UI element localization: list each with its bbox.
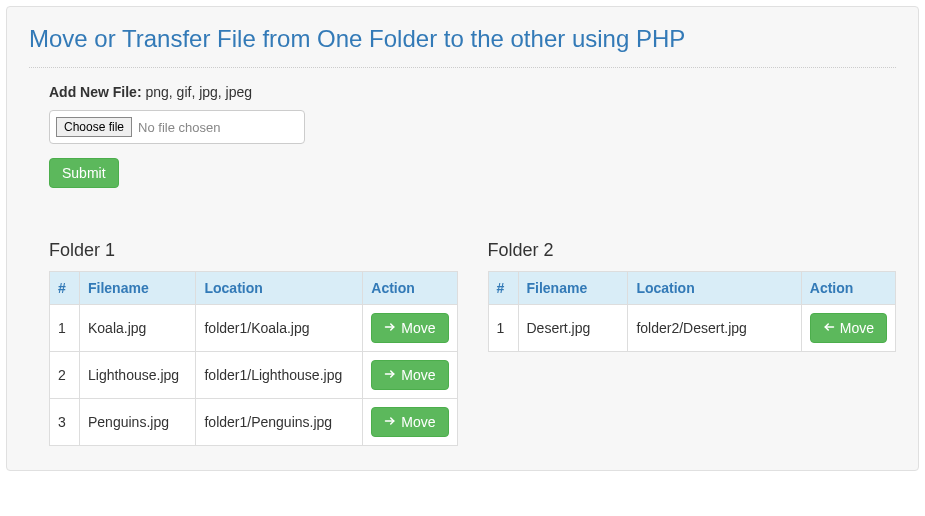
col-num: # xyxy=(50,272,80,305)
cell-action: Move xyxy=(801,305,895,352)
cell-num: 1 xyxy=(488,305,518,352)
add-file-label-bold: Add New File: xyxy=(49,84,142,100)
col-num: # xyxy=(488,272,518,305)
folder-column: Folder 2#FilenameLocationAction1Desert.j… xyxy=(488,240,897,446)
col-location: Location xyxy=(628,272,801,305)
cell-filename: Lighthouse.jpg xyxy=(80,352,196,399)
col-filename: Filename xyxy=(518,272,628,305)
submit-button-label: Submit xyxy=(62,165,106,181)
cell-action: Move xyxy=(363,352,457,399)
table-row: 1Koala.jpgfolder1/Koala.jpgMove xyxy=(50,305,458,352)
table-row: 1Desert.jpgfolder2/Desert.jpgMove xyxy=(488,305,896,352)
file-input[interactable]: Choose file No file chosen xyxy=(49,110,305,144)
add-file-label: Add New File: png, gif, jpg, jpeg xyxy=(49,84,896,100)
arrow-left-icon xyxy=(823,320,835,336)
folders-row: Folder 1#FilenameLocationAction1Koala.jp… xyxy=(29,240,896,446)
move-button[interactable]: Move xyxy=(371,313,448,343)
add-file-label-types: png, gif, jpg, jpeg xyxy=(142,84,253,100)
cell-num: 3 xyxy=(50,399,80,446)
col-action: Action xyxy=(801,272,895,305)
move-button-label: Move xyxy=(401,414,435,430)
cell-filename: Desert.jpg xyxy=(518,305,628,352)
file-table: #FilenameLocationAction1Koala.jpgfolder1… xyxy=(49,271,458,446)
cell-location: folder2/Desert.jpg xyxy=(628,305,801,352)
cell-location: folder1/Lighthouse.jpg xyxy=(196,352,363,399)
arrow-right-icon xyxy=(384,414,396,430)
choose-file-button[interactable]: Choose file xyxy=(56,117,132,137)
folder-title: Folder 2 xyxy=(488,240,897,261)
move-button-label: Move xyxy=(401,367,435,383)
col-location: Location xyxy=(196,272,363,305)
file-table: #FilenameLocationAction1Desert.jpgfolder… xyxy=(488,271,897,352)
move-button-label: Move xyxy=(840,320,874,336)
move-button[interactable]: Move xyxy=(810,313,887,343)
move-button[interactable]: Move xyxy=(371,360,448,390)
main-panel: Move or Transfer File from One Folder to… xyxy=(6,6,919,471)
cell-location: folder1/Penguins.jpg xyxy=(196,399,363,446)
cell-location: folder1/Koala.jpg xyxy=(196,305,363,352)
submit-button[interactable]: Submit xyxy=(49,158,119,188)
file-chosen-status: No file chosen xyxy=(138,120,220,135)
cell-num: 2 xyxy=(50,352,80,399)
upload-form: Add New File: png, gif, jpg, jpeg Choose… xyxy=(29,84,896,188)
folder-column: Folder 1#FilenameLocationAction1Koala.jp… xyxy=(49,240,458,446)
divider xyxy=(29,67,896,68)
table-row: 3Penguins.jpgfolder1/Penguins.jpgMove xyxy=(50,399,458,446)
table-row: 2Lighthouse.jpgfolder1/Lighthouse.jpgMov… xyxy=(50,352,458,399)
col-filename: Filename xyxy=(80,272,196,305)
move-button-label: Move xyxy=(401,320,435,336)
cell-num: 1 xyxy=(50,305,80,352)
arrow-right-icon xyxy=(384,320,396,336)
cell-filename: Koala.jpg xyxy=(80,305,196,352)
cell-filename: Penguins.jpg xyxy=(80,399,196,446)
cell-action: Move xyxy=(363,305,457,352)
cell-action: Move xyxy=(363,399,457,446)
arrow-right-icon xyxy=(384,367,396,383)
col-action: Action xyxy=(363,272,457,305)
folder-title: Folder 1 xyxy=(49,240,458,261)
page-title: Move or Transfer File from One Folder to… xyxy=(29,25,896,53)
move-button[interactable]: Move xyxy=(371,407,448,437)
